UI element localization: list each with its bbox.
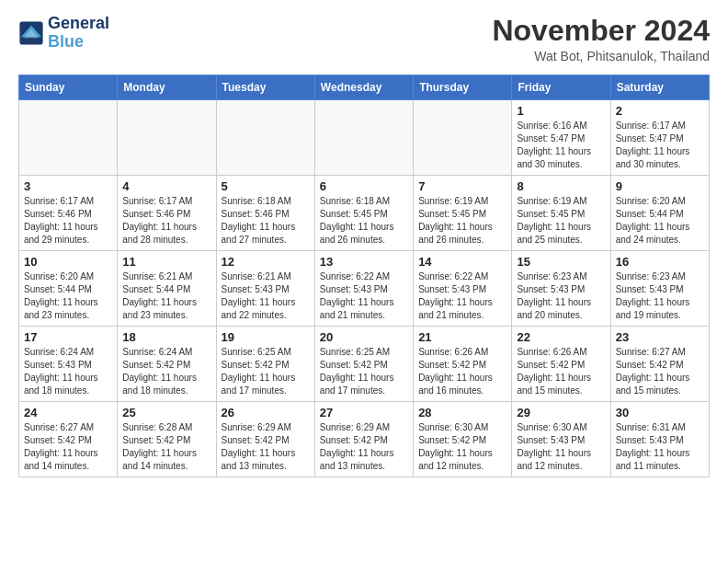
calendar-cell: 4Sunrise: 6:17 AM Sunset: 5:46 PM Daylig… bbox=[118, 176, 216, 251]
logo-icon bbox=[18, 20, 44, 46]
calendar-cell bbox=[118, 100, 216, 176]
weekday-header-thursday: Thursday bbox=[414, 75, 512, 100]
calendar-cell: 7Sunrise: 6:19 AM Sunset: 5:45 PM Daylig… bbox=[414, 176, 512, 251]
weekday-header-saturday: Saturday bbox=[610, 75, 709, 100]
day-number: 14 bbox=[418, 255, 506, 269]
calendar-week-4: 17Sunrise: 6:24 AM Sunset: 5:43 PM Dayli… bbox=[19, 327, 710, 402]
day-number: 13 bbox=[320, 255, 408, 269]
calendar-cell bbox=[414, 100, 512, 176]
calendar-cell: 3Sunrise: 6:17 AM Sunset: 5:46 PM Daylig… bbox=[19, 176, 118, 251]
day-number: 2 bbox=[616, 104, 704, 118]
day-number: 9 bbox=[616, 179, 704, 193]
calendar-cell: 6Sunrise: 6:18 AM Sunset: 5:45 PM Daylig… bbox=[314, 176, 413, 251]
calendar-cell: 27Sunrise: 6:29 AM Sunset: 5:42 PM Dayli… bbox=[314, 402, 413, 477]
day-number: 16 bbox=[616, 255, 704, 269]
day-number: 17 bbox=[24, 330, 112, 344]
day-info: Sunrise: 6:24 AM Sunset: 5:43 PM Dayligh… bbox=[24, 346, 112, 397]
day-number: 21 bbox=[418, 330, 506, 344]
calendar-cell: 22Sunrise: 6:26 AM Sunset: 5:42 PM Dayli… bbox=[512, 327, 610, 402]
calendar-cell: 29Sunrise: 6:30 AM Sunset: 5:43 PM Dayli… bbox=[512, 402, 610, 477]
day-info: Sunrise: 6:21 AM Sunset: 5:44 PM Dayligh… bbox=[122, 270, 210, 322]
weekday-header-monday: Monday bbox=[118, 75, 216, 100]
calendar-week-3: 10Sunrise: 6:20 AM Sunset: 5:44 PM Dayli… bbox=[19, 251, 710, 327]
calendar-cell: 1Sunrise: 6:16 AM Sunset: 5:47 PM Daylig… bbox=[512, 100, 610, 176]
day-number: 3 bbox=[24, 179, 112, 193]
day-number: 19 bbox=[222, 330, 310, 344]
calendar-cell: 9Sunrise: 6:20 AM Sunset: 5:44 PM Daylig… bbox=[610, 176, 709, 251]
day-info: Sunrise: 6:29 AM Sunset: 5:42 PM Dayligh… bbox=[320, 421, 408, 473]
calendar-cell: 14Sunrise: 6:22 AM Sunset: 5:43 PM Dayli… bbox=[414, 251, 512, 327]
day-number: 11 bbox=[122, 255, 210, 269]
location: Wat Bot, Phitsanulok, Thailand bbox=[492, 49, 710, 63]
day-number: 15 bbox=[517, 255, 605, 269]
day-info: Sunrise: 6:23 AM Sunset: 5:43 PM Dayligh… bbox=[517, 270, 605, 322]
calendar-cell: 20Sunrise: 6:25 AM Sunset: 5:42 PM Dayli… bbox=[314, 327, 413, 402]
logo: General Blue bbox=[18, 15, 109, 52]
day-number: 4 bbox=[122, 179, 210, 193]
day-info: Sunrise: 6:30 AM Sunset: 5:42 PM Dayligh… bbox=[418, 421, 506, 473]
day-info: Sunrise: 6:21 AM Sunset: 5:43 PM Dayligh… bbox=[222, 270, 310, 322]
day-number: 5 bbox=[222, 179, 310, 193]
day-info: Sunrise: 6:28 AM Sunset: 5:42 PM Dayligh… bbox=[122, 421, 210, 473]
calendar-cell: 2Sunrise: 6:17 AM Sunset: 5:47 PM Daylig… bbox=[610, 100, 709, 176]
day-number: 18 bbox=[122, 330, 210, 344]
day-number: 27 bbox=[320, 406, 408, 419]
day-info: Sunrise: 6:20 AM Sunset: 5:44 PM Dayligh… bbox=[616, 195, 704, 247]
calendar-cell: 15Sunrise: 6:23 AM Sunset: 5:43 PM Dayli… bbox=[512, 251, 610, 327]
header: General Blue November 2024 Wat Bot, Phit… bbox=[18, 15, 710, 63]
day-info: Sunrise: 6:25 AM Sunset: 5:42 PM Dayligh… bbox=[320, 346, 408, 397]
calendar-cell: 5Sunrise: 6:18 AM Sunset: 5:46 PM Daylig… bbox=[216, 176, 314, 251]
day-number: 7 bbox=[418, 179, 506, 193]
day-info: Sunrise: 6:17 AM Sunset: 5:46 PM Dayligh… bbox=[24, 195, 112, 247]
day-info: Sunrise: 6:26 AM Sunset: 5:42 PM Dayligh… bbox=[517, 346, 605, 397]
weekday-header-tuesday: Tuesday bbox=[216, 75, 314, 100]
weekday-header-friday: Friday bbox=[512, 75, 610, 100]
day-number: 8 bbox=[517, 179, 605, 193]
weekday-header-sunday: Sunday bbox=[19, 75, 118, 100]
calendar-cell: 10Sunrise: 6:20 AM Sunset: 5:44 PM Dayli… bbox=[19, 251, 118, 327]
weekday-header-wednesday: Wednesday bbox=[314, 75, 413, 100]
calendar-cell: 25Sunrise: 6:28 AM Sunset: 5:42 PM Dayli… bbox=[118, 402, 216, 477]
weekday-header-row: SundayMondayTuesdayWednesdayThursdayFrid… bbox=[19, 75, 710, 100]
day-number: 6 bbox=[320, 179, 408, 193]
calendar-cell: 26Sunrise: 6:29 AM Sunset: 5:42 PM Dayli… bbox=[216, 402, 314, 477]
calendar-cell: 13Sunrise: 6:22 AM Sunset: 5:43 PM Dayli… bbox=[314, 251, 413, 327]
calendar-cell bbox=[19, 100, 118, 176]
logo-text: General Blue bbox=[48, 15, 109, 52]
day-info: Sunrise: 6:18 AM Sunset: 5:45 PM Dayligh… bbox=[320, 195, 408, 247]
day-info: Sunrise: 6:26 AM Sunset: 5:42 PM Dayligh… bbox=[418, 346, 506, 397]
day-info: Sunrise: 6:19 AM Sunset: 5:45 PM Dayligh… bbox=[418, 195, 506, 247]
calendar-cell bbox=[314, 100, 413, 176]
day-info: Sunrise: 6:20 AM Sunset: 5:44 PM Dayligh… bbox=[24, 270, 112, 322]
day-info: Sunrise: 6:18 AM Sunset: 5:46 PM Dayligh… bbox=[222, 195, 310, 247]
day-info: Sunrise: 6:19 AM Sunset: 5:45 PM Dayligh… bbox=[517, 195, 605, 247]
day-number: 24 bbox=[24, 406, 112, 419]
day-number: 30 bbox=[616, 406, 704, 419]
calendar-cell: 16Sunrise: 6:23 AM Sunset: 5:43 PM Dayli… bbox=[610, 251, 709, 327]
calendar-cell: 18Sunrise: 6:24 AM Sunset: 5:42 PM Dayli… bbox=[118, 327, 216, 402]
day-number: 20 bbox=[320, 330, 408, 344]
day-number: 29 bbox=[517, 406, 605, 419]
calendar-cell: 30Sunrise: 6:31 AM Sunset: 5:43 PM Dayli… bbox=[610, 402, 709, 477]
day-info: Sunrise: 6:27 AM Sunset: 5:42 PM Dayligh… bbox=[616, 346, 704, 397]
day-number: 1 bbox=[517, 104, 605, 118]
day-number: 22 bbox=[517, 330, 605, 344]
day-number: 23 bbox=[616, 330, 704, 344]
day-number: 12 bbox=[222, 255, 310, 269]
calendar-cell: 24Sunrise: 6:27 AM Sunset: 5:42 PM Dayli… bbox=[19, 402, 118, 477]
day-info: Sunrise: 6:27 AM Sunset: 5:42 PM Dayligh… bbox=[24, 421, 112, 473]
title-block: November 2024 Wat Bot, Phitsanulok, Thai… bbox=[492, 15, 710, 63]
calendar-cell: 23Sunrise: 6:27 AM Sunset: 5:42 PM Dayli… bbox=[610, 327, 709, 402]
calendar-cell: 28Sunrise: 6:30 AM Sunset: 5:42 PM Dayli… bbox=[414, 402, 512, 477]
day-info: Sunrise: 6:17 AM Sunset: 5:46 PM Dayligh… bbox=[122, 195, 210, 247]
calendar-week-2: 3Sunrise: 6:17 AM Sunset: 5:46 PM Daylig… bbox=[19, 176, 710, 251]
day-info: Sunrise: 6:16 AM Sunset: 5:47 PM Dayligh… bbox=[517, 120, 605, 171]
calendar-cell: 17Sunrise: 6:24 AM Sunset: 5:43 PM Dayli… bbox=[19, 327, 118, 402]
day-info: Sunrise: 6:22 AM Sunset: 5:43 PM Dayligh… bbox=[418, 270, 506, 322]
calendar-cell: 11Sunrise: 6:21 AM Sunset: 5:44 PM Dayli… bbox=[118, 251, 216, 327]
day-number: 26 bbox=[222, 406, 310, 419]
page: General Blue November 2024 Wat Bot, Phit… bbox=[0, 0, 728, 492]
calendar-cell: 19Sunrise: 6:25 AM Sunset: 5:42 PM Dayli… bbox=[216, 327, 314, 402]
day-info: Sunrise: 6:23 AM Sunset: 5:43 PM Dayligh… bbox=[616, 270, 704, 322]
day-info: Sunrise: 6:31 AM Sunset: 5:43 PM Dayligh… bbox=[616, 421, 704, 473]
